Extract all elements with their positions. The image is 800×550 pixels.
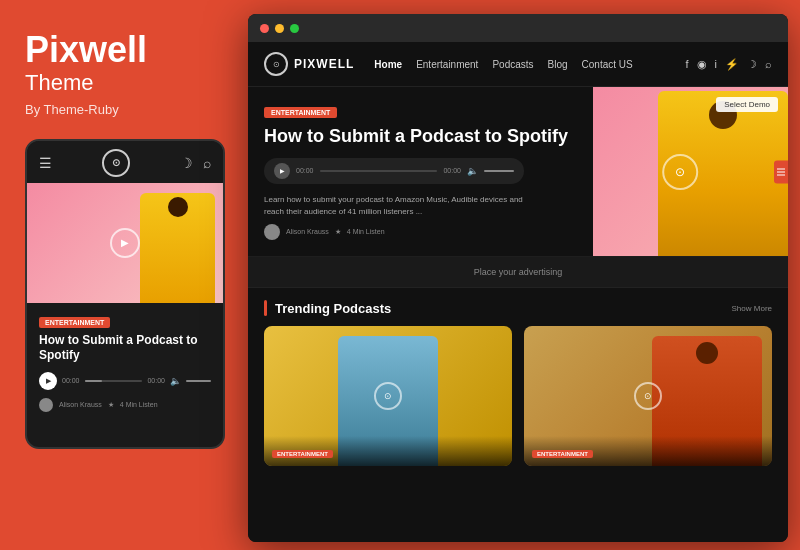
mobile-volume-icon: 🔈: [170, 376, 181, 386]
browser-close-dot[interactable]: [260, 24, 269, 33]
mobile-top-bar: ☰ ⊙ ☽ ⌕: [27, 141, 223, 183]
bolt-icon[interactable]: ⚡: [725, 58, 739, 71]
mobile-right-icons: ☽ ⌕: [180, 155, 211, 171]
site-nav-right: f ◉ i ⚡ ☽ ⌕: [685, 58, 772, 71]
mobile-read-time-separator: ★: [108, 401, 114, 409]
card-2-bottom: ENTERTAINMENT: [524, 436, 772, 466]
left-panel: Pixwell Theme By Theme-Ruby ☰ ⊙ ☽ ⌕ ▶ EN…: [0, 0, 245, 550]
trending-cards: ⊙ ENTERTAINMENT ⊙ ENTERTAINMENT: [264, 326, 772, 466]
hero-author: Alison Krauss ★ 4 Min Listen: [264, 224, 577, 240]
author-avatar: [264, 224, 280, 240]
site-logo-area: ⊙ PIXWELL: [264, 52, 354, 76]
ad-banner: Place your advertising: [248, 257, 788, 288]
mobile-time-start: 00:00: [62, 377, 80, 384]
search-icon[interactable]: ⌕: [765, 58, 772, 70]
hero-title: How to Submit a Podcast to Spotify: [264, 126, 577, 148]
site-nav-links: Home Entertainment Podcasts Blog Contact…: [374, 59, 685, 70]
volume-slider[interactable]: [484, 170, 514, 172]
trending-section: Trending Podcasts Show More ⊙ ENTERTAINM…: [248, 288, 788, 478]
mobile-author: Alison Krauss ★ 4 Min Listen: [39, 398, 211, 412]
browser-maximize-dot[interactable]: [290, 24, 299, 33]
brand-by: By Theme-Ruby: [25, 102, 225, 117]
trending-card-1[interactable]: ⊙ ENTERTAINMENT: [264, 326, 512, 466]
trending-card-2[interactable]: ⊙ ENTERTAINMENT: [524, 326, 772, 466]
nav-link-contact[interactable]: Contact US: [582, 59, 633, 70]
card-2-play[interactable]: ⊙: [634, 382, 662, 410]
mobile-article-title: How to Submit a Podcast to Spotify: [39, 333, 211, 364]
browser-panel: ⊙ PIXWELL Home Entertainment Podcasts Bl…: [248, 14, 788, 542]
mobile-audio-bar: ▶ 00:00 00:00 🔈: [39, 372, 211, 390]
hero-play-overlay[interactable]: ⊙: [662, 154, 698, 190]
mobile-logo: ⊙: [102, 149, 130, 177]
mobile-content: ENTERTAINMENT How to Submit a Podcast to…: [27, 303, 223, 420]
hero-overlay-buttons: Select Demo: [716, 97, 778, 112]
browser-chrome: [248, 14, 788, 42]
play-button[interactable]: ▶: [274, 163, 290, 179]
card-1-tag: ENTERTAINMENT: [272, 450, 333, 458]
mobile-ent-tag: ENTERTAINMENT: [39, 317, 110, 328]
mobile-progress-bar[interactable]: [85, 380, 143, 382]
trending-title: Trending Podcasts: [275, 301, 391, 316]
mobile-author-name: Alison Krauss: [59, 401, 102, 408]
hero-ent-tag: ENTERTAINMENT: [264, 107, 337, 118]
mobile-author-avatar: [39, 398, 53, 412]
mobile-read-time: 4 Min Listen: [120, 401, 158, 408]
trending-accent: [264, 300, 267, 316]
hero-description: Learn how to submit your podcast to Amaz…: [264, 194, 544, 218]
card-2-tag: ENTERTAINMENT: [532, 450, 593, 458]
facebook-icon[interactable]: f: [685, 58, 688, 70]
time-end: 00:00: [443, 167, 461, 174]
select-demo-button[interactable]: Select Demo: [716, 97, 778, 112]
site-content: ⊙ PIXWELL Home Entertainment Podcasts Bl…: [248, 42, 788, 542]
trending-title-area: Trending Podcasts: [264, 300, 391, 316]
read-time-separator: ★: [335, 228, 341, 236]
nav-link-blog[interactable]: Blog: [548, 59, 568, 70]
site-nav: ⊙ PIXWELL Home Entertainment Podcasts Bl…: [248, 42, 788, 87]
nav-link-podcasts[interactable]: Podcasts: [492, 59, 533, 70]
card-1-play[interactable]: ⊙: [374, 382, 402, 410]
mobile-time-end: 00:00: [147, 377, 165, 384]
show-more-button[interactable]: Show More: [732, 304, 772, 313]
mobile-mockup: ☰ ⊙ ☽ ⌕ ▶ ENTERTAINMENT How to Submit a …: [25, 139, 225, 449]
mobile-hamburger[interactable]: ☰: [39, 155, 52, 171]
moon-icon[interactable]: ☽: [747, 58, 757, 71]
time-start: 00:00: [296, 167, 314, 174]
author-name: Alison Krauss: [286, 228, 329, 235]
site-logo-text: PIXWELL: [294, 57, 354, 71]
nav-link-entertainment[interactable]: Entertainment: [416, 59, 478, 70]
browser-minimize-dot[interactable]: [275, 24, 284, 33]
trending-card-1-image: ⊙ ENTERTAINMENT: [264, 326, 512, 466]
instagram-icon[interactable]: ◉: [697, 58, 707, 71]
hero-image: ⊙ Select Demo: [593, 87, 788, 256]
read-time: 4 Min Listen: [347, 228, 385, 235]
mobile-play-button[interactable]: ▶: [39, 372, 57, 390]
trending-header: Trending Podcasts Show More: [264, 300, 772, 316]
card-1-bottom: ENTERTAINMENT: [264, 436, 512, 466]
mobile-volume-slider[interactable]: [186, 380, 211, 382]
mobile-play-circle[interactable]: ▶: [110, 228, 140, 258]
hero-section: ENTERTAINMENT How to Submit a Podcast to…: [248, 87, 788, 257]
nav-link-home[interactable]: Home: [374, 59, 402, 70]
trending-card-2-image: ⊙ ENTERTAINMENT: [524, 326, 772, 466]
hero-left: ENTERTAINMENT How to Submit a Podcast to…: [248, 87, 593, 256]
brand-title: Pixwell Theme: [25, 30, 225, 96]
site-logo-icon: ⊙: [264, 52, 288, 76]
volume-icon: 🔈: [467, 166, 478, 176]
sidebar-toggle[interactable]: [774, 160, 788, 183]
progress-bar[interactable]: [320, 170, 438, 172]
moon-icon[interactable]: ☽: [180, 155, 193, 171]
ad-text: Place your advertising: [474, 267, 563, 277]
search-icon[interactable]: ⌕: [203, 155, 211, 171]
social-icon-3[interactable]: i: [715, 58, 717, 70]
mobile-hero-image: ▶: [27, 183, 223, 303]
audio-player: ▶ 00:00 00:00 🔈: [264, 158, 524, 184]
